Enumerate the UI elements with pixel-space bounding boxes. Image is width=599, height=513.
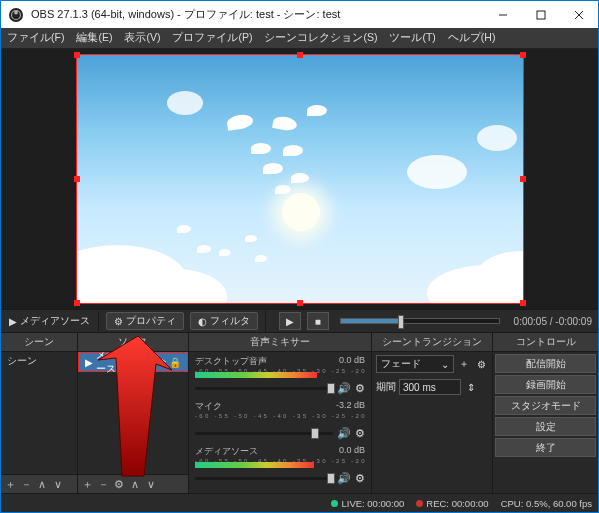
minimize-button[interactable] bbox=[484, 1, 522, 28]
speaker-icon[interactable]: 🔊 bbox=[337, 382, 351, 395]
scene-up-button[interactable]: ∧ bbox=[35, 478, 49, 491]
channel-settings-icon[interactable]: ⚙ bbox=[355, 472, 365, 485]
duration-stepper[interactable]: ⇕ bbox=[464, 380, 478, 394]
transition-add-button[interactable]: ＋ bbox=[457, 357, 471, 371]
menu-help[interactable]: ヘルプ(H) bbox=[442, 29, 502, 47]
menu-file[interactable]: ファイル(F) bbox=[1, 29, 70, 47]
titlebar[interactable]: OBS 27.1.3 (64-bit, windows) - プロファイル: t… bbox=[1, 1, 598, 28]
audio-mixer-panel: 音声ミキサー デスクトップ音声0.0 dB -60 -55 -50 -45 -4… bbox=[189, 333, 372, 493]
play-icon: ▶ bbox=[286, 316, 294, 327]
duration-input[interactable] bbox=[399, 379, 461, 395]
channel-name: マイク bbox=[195, 400, 222, 413]
mixer-header[interactable]: 音声ミキサー bbox=[189, 333, 371, 352]
menu-scene-collection[interactable]: シーンコレクション(S) bbox=[258, 29, 383, 47]
media-stop-button[interactable]: ■ bbox=[307, 312, 329, 330]
menu-tools[interactable]: ツール(T) bbox=[383, 29, 441, 47]
selection-outline[interactable] bbox=[76, 54, 524, 304]
play-icon: ▶ bbox=[9, 316, 17, 327]
sources-header[interactable]: ソース bbox=[78, 333, 188, 352]
status-live: LIVE: 00:00:00 bbox=[331, 498, 404, 509]
transport-bar: ▶ メディアソース ⚙プロパティ ◐フィルタ ▶ ■ 0:00:05 / -0:… bbox=[1, 309, 598, 333]
menu-view[interactable]: 表示(V) bbox=[118, 29, 166, 47]
menu-bar: ファイル(F) 編集(E) 表示(V) プロファイル(P) シーンコレクション(… bbox=[1, 28, 598, 49]
speaker-icon[interactable]: 🔊 bbox=[337, 472, 351, 485]
vu-meter: -60 -55 -50 -45 -40 -35 -30 -25 -20 -15 … bbox=[195, 369, 365, 381]
scenes-header[interactable]: シーン bbox=[1, 333, 77, 352]
channel-db: -3.2 dB bbox=[336, 400, 365, 413]
stop-icon: ■ bbox=[315, 316, 321, 327]
svg-rect-4 bbox=[537, 11, 545, 19]
speaker-icon[interactable]: 🔊 bbox=[337, 427, 351, 440]
status-bar: LIVE: 00:00:00 REC: 00:00:00 CPU: 0.5%, … bbox=[1, 493, 598, 512]
add-source-button[interactable]: ＋ bbox=[80, 477, 94, 492]
media-timecode: 0:00:05 / -0:00:09 bbox=[508, 316, 598, 327]
controls-panel: コントロール 配信開始 録画開始 スタジオモード 設定 終了 bbox=[493, 333, 598, 493]
vu-meter: -60 -55 -50 -45 -40 -35 -30 -25 -20 -15 … bbox=[195, 414, 365, 426]
filter-icon: ◐ bbox=[198, 316, 207, 327]
duration-label: 期間 bbox=[376, 380, 396, 394]
properties-button[interactable]: ⚙プロパティ bbox=[106, 312, 184, 330]
status-rec: REC: 00:00:00 bbox=[416, 498, 488, 509]
add-scene-button[interactable]: ＋ bbox=[3, 477, 17, 492]
media-icon: ▶ bbox=[85, 357, 93, 368]
settings-button[interactable]: 設定 bbox=[495, 417, 596, 436]
scenes-panel: シーン シーン ＋ － ∧ ∨ bbox=[1, 333, 78, 493]
channel-name: メディアソース bbox=[195, 445, 258, 458]
lock-icon[interactable]: 🔒 bbox=[169, 357, 181, 368]
mixer-channel: マイク-3.2 dB -60 -55 -50 -45 -40 -35 -30 -… bbox=[189, 397, 371, 442]
channel-settings-icon[interactable]: ⚙ bbox=[355, 382, 365, 395]
app-icon bbox=[7, 6, 25, 24]
window-title: OBS 27.1.3 (64-bit, windows) - プロファイル: t… bbox=[31, 7, 340, 22]
start-stream-button[interactable]: 配信開始 bbox=[495, 354, 596, 373]
source-up-button[interactable]: ∧ bbox=[128, 478, 142, 491]
svg-point-2 bbox=[14, 10, 18, 14]
exit-button[interactable]: 終了 bbox=[495, 438, 596, 457]
visibility-icon[interactable]: 👁 bbox=[156, 357, 166, 368]
scene-item[interactable]: シーン bbox=[1, 352, 77, 370]
status-cpu: CPU: 0.5%, 60.00 fps bbox=[501, 498, 592, 509]
gear-icon: ⚙ bbox=[114, 316, 123, 327]
volume-slider[interactable] bbox=[195, 387, 333, 390]
media-seek-slider[interactable] bbox=[340, 318, 500, 324]
vu-meter: -60 -55 -50 -45 -40 -35 -30 -25 -20 -15 … bbox=[195, 459, 365, 471]
menu-edit[interactable]: 編集(E) bbox=[70, 29, 118, 47]
source-settings-button[interactable]: ⚙ bbox=[112, 478, 126, 491]
studio-mode-button[interactable]: スタジオモード bbox=[495, 396, 596, 415]
transition-panel: シーントランジション フェード⌄ ＋ ⚙ 期間 ⇕ bbox=[372, 333, 493, 493]
transition-settings-button[interactable]: ⚙ bbox=[474, 357, 488, 371]
source-item[interactable]: ▶ メディアソース 👁 🔒 bbox=[78, 352, 188, 372]
source-down-button[interactable]: ∨ bbox=[144, 478, 158, 491]
channel-db: 0.0 dB bbox=[339, 355, 365, 368]
transition-select[interactable]: フェード⌄ bbox=[376, 355, 454, 373]
preview-canvas[interactable] bbox=[1, 49, 598, 309]
remove-scene-button[interactable]: － bbox=[19, 477, 33, 492]
mixer-channel: メディアソース0.0 dB -60 -55 -50 -45 -40 -35 -3… bbox=[189, 442, 371, 487]
maximize-button[interactable] bbox=[522, 1, 560, 28]
mixer-channel: デスクトップ音声0.0 dB -60 -55 -50 -45 -40 -35 -… bbox=[189, 352, 371, 397]
source-breadcrumb[interactable]: ▶ メディアソース bbox=[1, 311, 99, 331]
transition-header[interactable]: シーントランジション bbox=[372, 333, 492, 352]
start-record-button[interactable]: 録画開始 bbox=[495, 375, 596, 394]
filters-button[interactable]: ◐フィルタ bbox=[190, 312, 258, 330]
scene-down-button[interactable]: ∨ bbox=[51, 478, 65, 491]
close-button[interactable] bbox=[560, 1, 598, 28]
channel-name: デスクトップ音声 bbox=[195, 355, 267, 368]
sources-panel: ソース ▶ メディアソース 👁 🔒 ＋ － ⚙ ∧ ∨ bbox=[78, 333, 189, 493]
volume-slider[interactable] bbox=[195, 477, 333, 480]
controls-header[interactable]: コントロール bbox=[493, 333, 598, 352]
channel-settings-icon[interactable]: ⚙ bbox=[355, 427, 365, 440]
channel-db: 0.0 dB bbox=[339, 445, 365, 458]
volume-slider[interactable] bbox=[195, 432, 333, 435]
media-play-button[interactable]: ▶ bbox=[279, 312, 301, 330]
remove-source-button[interactable]: － bbox=[96, 477, 110, 492]
menu-profile[interactable]: プロファイル(P) bbox=[166, 29, 258, 47]
